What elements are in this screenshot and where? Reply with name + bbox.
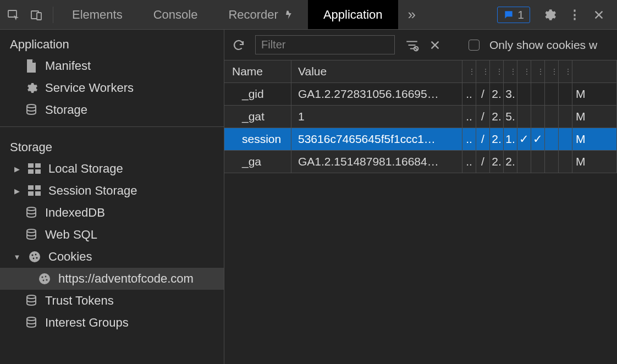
cell-c6	[531, 83, 545, 105]
table-icon	[27, 162, 42, 176]
svg-rect-8	[28, 185, 34, 190]
svg-point-18	[36, 257, 37, 258]
cell-value: GA1.2.272831056.16695…	[291, 83, 462, 105]
sidebar-item-label: Service Workers	[45, 81, 134, 95]
svg-rect-7	[35, 169, 41, 174]
cell-c8	[559, 151, 572, 173]
chevron-right-icon: ▶	[13, 187, 21, 195]
table-header: Name Value ⋮ ⋮ ⋮ ⋮ ⋮ ⋮ ⋮ ⋮	[224, 60, 617, 83]
cell-c1: ..	[462, 128, 476, 150]
sidebar-item-label: Manifest	[45, 59, 91, 73]
cell-c8	[559, 83, 572, 105]
cell-c5	[517, 106, 531, 128]
cell-value: GA1.2.151487981.16684…	[291, 151, 462, 173]
cell-last: M	[572, 128, 617, 150]
tab-recorder[interactable]: Recorder	[213, 0, 307, 29]
cell-last: M	[572, 106, 617, 128]
issues-count: 1	[517, 8, 524, 21]
clear-icon[interactable]	[429, 39, 441, 51]
device-toggle-icon[interactable]	[30, 8, 43, 21]
cell-c4: 2.	[504, 151, 517, 173]
sidebar-item-label: Session Storage	[48, 184, 137, 198]
sidebar-item-label: Interest Groups	[45, 316, 129, 330]
cell-c4: 5.	[504, 106, 517, 128]
cell-c7	[545, 128, 559, 150]
svg-point-25	[27, 317, 36, 321]
filter-input[interactable]	[255, 35, 395, 54]
svg-rect-0	[8, 10, 16, 17]
tab-elements[interactable]: Elements	[57, 0, 138, 29]
table-row[interactable]: _gidGA1.2.272831056.16695…../2.3.M	[224, 83, 617, 106]
cell-c3: 2.	[490, 106, 504, 128]
tab-label: Recorder	[228, 8, 278, 22]
gear-icon	[24, 81, 38, 95]
cell-name: _ga	[224, 151, 291, 173]
svg-point-24	[27, 295, 36, 299]
sidebar-item-storage[interactable]: Storage	[0, 99, 224, 121]
col-narrow[interactable]: ⋮	[504, 60, 517, 82]
cell-value: 1	[291, 106, 462, 128]
svg-point-3	[27, 104, 36, 108]
tab-application[interactable]: Application	[308, 0, 398, 29]
tab-console[interactable]: Console	[138, 0, 213, 29]
sidebar-item-label: Web SQL	[45, 228, 97, 242]
sidebar-item-interest-groups[interactable]: Interest Groups	[0, 312, 224, 334]
svg-point-19	[39, 273, 50, 284]
svg-point-22	[43, 280, 45, 282]
col-narrow[interactable]: ⋮	[490, 60, 504, 82]
cell-c8	[559, 128, 572, 150]
svg-point-12	[27, 207, 36, 211]
sidebar-item-label: IndexedDB	[45, 206, 105, 220]
sidebar-item-service-workers[interactable]: Service Workers	[0, 77, 224, 99]
sidebar-item-local-storage[interactable]: ▶ Local Storage	[0, 158, 224, 180]
only-cookies-checkbox[interactable]	[469, 40, 480, 51]
cookie-icon	[27, 250, 42, 264]
col-narrow[interactable]: ⋮	[517, 60, 531, 82]
cell-last: M	[572, 83, 617, 105]
cell-c2: /	[476, 106, 490, 128]
table-row[interactable]: session53616c7465645f5f1ccc1…../2.1.✓✓M	[224, 128, 617, 151]
col-name[interactable]: Name	[224, 60, 291, 82]
svg-point-23	[46, 279, 47, 280]
sidebar-item-websql[interactable]: Web SQL	[0, 224, 224, 246]
cell-name: _gat	[224, 106, 291, 128]
cookies-table: Name Value ⋮ ⋮ ⋮ ⋮ ⋮ ⋮ ⋮ ⋮ _gidGA1.2.272…	[224, 60, 617, 364]
cookie-icon	[37, 272, 52, 286]
col-narrow[interactable]	[572, 60, 617, 82]
sidebar-item-cookies[interactable]: ▼ Cookies	[0, 246, 224, 268]
svg-line-27	[415, 47, 417, 49]
sidebar-item-trust-tokens[interactable]: Trust Tokens	[0, 290, 224, 312]
cell-c6	[531, 106, 545, 128]
svg-point-16	[35, 254, 37, 256]
sidebar-item-session-storage[interactable]: ▶ Session Storage	[0, 180, 224, 202]
table-row[interactable]: _gat1../2.5.M	[224, 106, 617, 128]
sidebar-item-label: https://adventofcode.com	[58, 272, 194, 286]
issues-badge[interactable]: 1	[497, 7, 530, 23]
col-narrow[interactable]: ⋮	[476, 60, 490, 82]
sidebar-item-indexeddb[interactable]: IndexedDB	[0, 202, 224, 224]
sidebar-item-cookie-origin[interactable]: https://adventofcode.com	[0, 268, 224, 290]
col-value[interactable]: Value	[291, 60, 462, 82]
cell-c7	[545, 83, 559, 105]
inspect-element-icon[interactable]	[7, 8, 20, 21]
filter-settings-icon[interactable]	[405, 38, 419, 52]
refresh-icon[interactable]	[232, 38, 245, 52]
devtools-tabbar: Elements Console Recorder Application » …	[0, 0, 617, 30]
more-tabs-icon[interactable]: »	[398, 6, 426, 23]
table-row[interactable]: _gaGA1.2.151487981.16684…../2.2.M	[224, 151, 617, 173]
close-devtools-icon[interactable]	[593, 9, 605, 21]
col-narrow[interactable]: ⋮	[559, 60, 572, 82]
svg-rect-2	[37, 13, 41, 20]
svg-point-20	[41, 276, 43, 278]
sidebar-item-manifest[interactable]: Manifest	[0, 55, 224, 77]
cell-c7	[545, 106, 559, 128]
col-narrow[interactable]: ⋮	[531, 60, 545, 82]
kebab-menu-icon[interactable]: ⋮	[569, 8, 581, 22]
sidebar-item-label: Trust Tokens	[45, 294, 114, 308]
col-narrow[interactable]: ⋮	[462, 60, 476, 82]
col-narrow[interactable]: ⋮	[545, 60, 559, 82]
cell-name: _gid	[224, 83, 291, 105]
table-icon	[27, 184, 42, 198]
settings-gear-icon[interactable]	[542, 8, 557, 22]
cell-c5	[517, 83, 531, 105]
